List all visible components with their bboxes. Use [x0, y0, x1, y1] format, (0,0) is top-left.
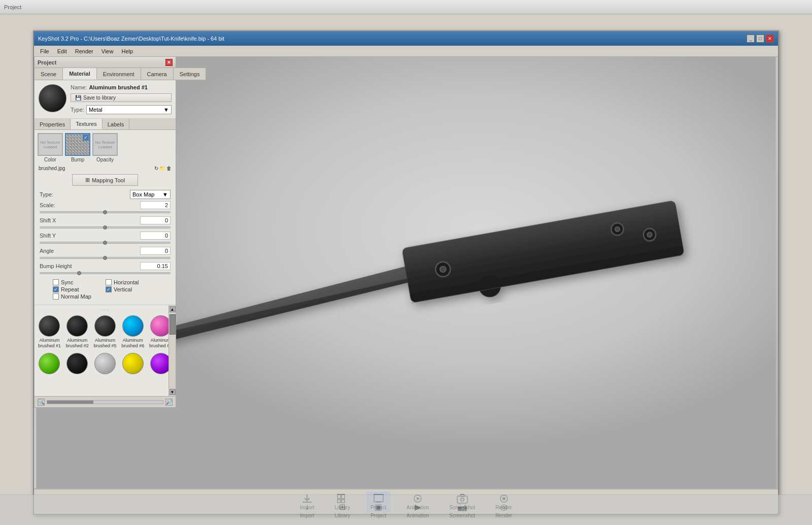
- horizontal-checkbox[interactable]: [106, 279, 112, 285]
- shifty-input[interactable]: [140, 232, 171, 240]
- shifty-slider-row: [38, 242, 173, 244]
- mapping-icon: ⊞: [85, 177, 90, 183]
- tab-material[interactable]: Material: [63, 68, 97, 80]
- normalmap-checkbox[interactable]: [53, 293, 59, 300]
- material-sphere-0: [39, 315, 60, 337]
- save-to-library-button[interactable]: 💾 Save to library: [71, 93, 172, 102]
- taskbar-animation-label: Animation: [407, 513, 429, 518]
- material-item-5[interactable]: [37, 352, 62, 376]
- material-item-1[interactable]: Aluminum brushed #2: [64, 314, 90, 350]
- tab-environment[interactable]: Environment: [97, 68, 141, 80]
- sub-tab-bar: Properties Textures Labels: [35, 119, 176, 130]
- menu-help[interactable]: Help: [117, 47, 137, 55]
- bumpheight-form-row: Bump Height: [38, 262, 173, 270]
- tab-camera[interactable]: Camera: [141, 68, 174, 80]
- menu-edit[interactable]: Edit: [53, 47, 71, 55]
- scrollbar-up[interactable]: ▲: [170, 306, 176, 312]
- shiftx-input[interactable]: [140, 216, 171, 224]
- taskbar-import-icon: ↓: [301, 502, 313, 512]
- map-type-dropdown[interactable]: Box Map ▼: [130, 190, 171, 199]
- angle-form-row: Angle: [38, 247, 173, 255]
- zoom-slider[interactable]: [47, 400, 163, 404]
- app-window: KeyShot 3.2 Pro - C:\Users\Boaz Zemer\De…: [33, 30, 779, 515]
- minimize-button[interactable]: _: [747, 35, 755, 43]
- taskbar-render: ◎ Render: [491, 500, 516, 520]
- menu-render[interactable]: Render: [71, 47, 97, 55]
- shiftx-slider[interactable]: [40, 226, 171, 228]
- angle-input[interactable]: [140, 247, 171, 255]
- material-sphere-preview: [39, 84, 66, 112]
- shifty-slider[interactable]: [40, 242, 171, 244]
- bumpheight-slider-thumb[interactable]: [77, 271, 81, 275]
- material-item-6[interactable]: [64, 352, 90, 376]
- folder-icon[interactable]: 📁: [159, 166, 165, 171]
- close-button[interactable]: ✕: [766, 35, 774, 43]
- zoom-in-button[interactable]: 🔍: [38, 399, 45, 406]
- vertical-label: Vertical: [114, 286, 132, 292]
- angle-slider[interactable]: [40, 257, 171, 259]
- material-name-2: Aluminum brushed #5: [93, 338, 117, 349]
- bumpheight-label: Bump Height: [40, 263, 140, 269]
- bump-texture-label: Bump: [71, 157, 84, 162]
- type-dropdown[interactable]: Metal ▼: [86, 105, 172, 114]
- sync-checkbox[interactable]: [53, 279, 59, 285]
- shifty-label: Shift Y: [40, 233, 140, 239]
- bumpheight-slider-row: [38, 272, 173, 274]
- scrollbar-thumb[interactable]: [170, 314, 176, 335]
- subtab-labels[interactable]: Labels: [103, 119, 129, 129]
- material-sphere-7: [94, 353, 116, 374]
- no-texture-opacity-label: No Texture Loaded: [93, 139, 117, 150]
- material-item-8[interactable]: [120, 352, 146, 376]
- scale-slider[interactable]: [40, 211, 171, 213]
- scale-slider-thumb[interactable]: [103, 210, 107, 214]
- material-item-2[interactable]: Aluminum brushed #5: [92, 314, 118, 350]
- delete-icon[interactable]: 🗑: [166, 166, 172, 171]
- panel-close-button[interactable]: ✕: [165, 59, 173, 66]
- sync-label: Sync: [61, 279, 73, 285]
- material-item-7[interactable]: [92, 352, 118, 376]
- bumpheight-slider[interactable]: [40, 272, 171, 274]
- angle-slider-thumb[interactable]: [103, 256, 107, 260]
- repeat-label: Repeat: [61, 286, 79, 292]
- panel-title: Project: [38, 59, 56, 65]
- repeat-checkbox[interactable]: ✓: [53, 286, 59, 292]
- texture-slots: No Texture Loaded Color ✓ Bump: [38, 133, 173, 162]
- material-list-scrollbar[interactable]: ▲ ▼: [168, 305, 176, 396]
- chevron-down-icon: ▼: [163, 107, 169, 113]
- more-indicator: · · ·: [37, 307, 174, 312]
- bump-checkbox[interactable]: ✓: [83, 135, 89, 141]
- vertical-checkbox[interactable]: ✓: [106, 286, 112, 292]
- scale-input[interactable]: 2: [140, 201, 171, 209]
- tab-settings[interactable]: Settings: [174, 68, 207, 80]
- menu-file[interactable]: File: [36, 47, 53, 55]
- color-texture-label: Color: [44, 157, 56, 162]
- mapping-tool-button[interactable]: ⊞ Mapping Tool: [72, 174, 138, 186]
- refresh-icon[interactable]: ↻: [154, 166, 158, 171]
- sync-checkbox-row: Sync: [53, 279, 105, 285]
- maximize-button[interactable]: □: [756, 35, 764, 43]
- bumpheight-input[interactable]: [140, 262, 171, 270]
- subtab-properties[interactable]: Properties: [35, 119, 71, 129]
- scrollbar-down[interactable]: ▼: [170, 389, 176, 395]
- taskbar-render-icon: ◎: [498, 502, 510, 512]
- material-name-1: Aluminum brushed #2: [65, 338, 89, 349]
- texture-file-icons: ↻ 📁 🗑: [154, 166, 172, 171]
- map-type-value: Box Map: [132, 191, 154, 198]
- repeat-checkbox-row: ✓ Repeat: [53, 286, 105, 292]
- type-label: Type:: [71, 107, 84, 113]
- menubar: File Edit Render View Help: [34, 46, 778, 57]
- color-texture-thumb[interactable]: No Texture Loaded: [38, 133, 63, 156]
- menu-view[interactable]: View: [97, 47, 118, 55]
- app-title: KeyShot 3.2 Pro - C:\Users\Boaz Zemer\De…: [38, 36, 224, 42]
- material-item-0[interactable]: Aluminum brushed #1: [37, 314, 62, 350]
- shiftx-slider-thumb[interactable]: [103, 225, 107, 229]
- tab-scene[interactable]: Scene: [35, 68, 63, 80]
- material-item-3[interactable]: Aluminum brushed #6: [120, 314, 146, 350]
- subtab-textures[interactable]: Textures: [71, 119, 103, 129]
- shifty-slider-thumb[interactable]: [103, 241, 107, 245]
- opacity-texture-thumb[interactable]: No Texture Loaded: [92, 133, 118, 156]
- zoom-out-button[interactable]: 🔎: [165, 399, 173, 406]
- material-grid: Aluminum brushed #1 Aluminum brushed #2 …: [37, 314, 174, 376]
- bump-texture-thumb[interactable]: ✓: [65, 133, 90, 156]
- taskbar-project-label: Project: [370, 513, 386, 518]
